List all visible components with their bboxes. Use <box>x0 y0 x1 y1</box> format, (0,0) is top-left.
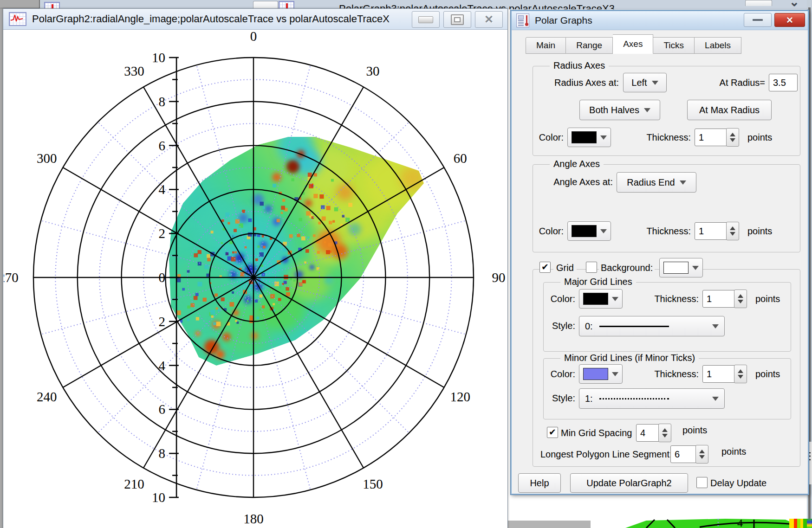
down-arrow-icon <box>738 375 743 379</box>
svg-text:300: 300 <box>37 151 57 166</box>
svg-text:90: 90 <box>492 270 506 285</box>
polar-graph-window: PolarGraph2:radialAngle_image;polarAutos… <box>3 8 508 528</box>
angle-axes-at-dropdown[interactable]: Radius End <box>617 172 696 193</box>
radius-axes-legend: Radius Axes <box>550 60 609 71</box>
close-button[interactable]: ✕ <box>774 13 805 27</box>
background-graph-fragment: 4 <box>507 519 812 528</box>
halves-dropdown[interactable]: Both Halves <box>579 100 660 120</box>
major-grid-group: Major Grid Lines Color: Thickness: 1 poi… <box>543 282 791 352</box>
angle-axes-group: Angle Axes Angle Axes at: Radius End Col… <box>533 164 800 252</box>
svg-text:60: 60 <box>454 151 467 166</box>
thickness-input[interactable]: 1 <box>695 129 730 146</box>
points-label: points <box>721 446 746 457</box>
update-button[interactable]: Update PolarGraph2 <box>570 473 688 493</box>
svg-text:30: 30 <box>366 64 380 78</box>
polar-graphs-panel: Polar Graphs ✕ Main Range Axes Ticks Lab… <box>511 10 809 495</box>
polar-plot-area: 1086420246810030609012015018021024027030… <box>4 30 507 528</box>
svg-text:6: 6 <box>159 138 166 153</box>
solid-line-sample <box>599 326 669 327</box>
chevron-down-icon <box>612 372 618 376</box>
up-arrow-icon <box>730 133 735 136</box>
delay-update-checkbox[interactable]: ✔ <box>696 477 708 488</box>
svg-text:10: 10 <box>152 490 165 505</box>
at-radius-input[interactable]: 3.5 <box>769 74 798 91</box>
svg-text:4: 4 <box>159 358 166 373</box>
background-checkbox[interactable]: ✔ <box>586 262 597 273</box>
close-icon: ✕ <box>786 15 793 26</box>
restore-icon <box>451 14 464 25</box>
minimize-button[interactable] <box>744 13 772 27</box>
waveform-icon <box>9 12 26 26</box>
chevron-down-icon[interactable]: ⌄ <box>787 0 802 6</box>
tab-labels[interactable]: Labels <box>695 37 741 54</box>
svg-text:8: 8 <box>159 94 166 109</box>
at-max-radius-button[interactable]: At Max Radius <box>687 100 772 120</box>
svg-text:330: 330 <box>124 64 144 78</box>
color-label: Color: <box>546 294 575 304</box>
tab-range[interactable]: Range <box>566 37 613 54</box>
angle-axes-legend: Angle Axes <box>550 159 604 169</box>
polar-chart: 1086420246810030609012015018021024027030… <box>4 30 507 528</box>
chevron-down-icon <box>612 297 618 301</box>
chevron-down-icon <box>692 266 699 270</box>
thickness-input[interactable]: 1 <box>702 290 738 308</box>
tab-ticks[interactable]: Ticks <box>653 37 695 54</box>
svg-text:4: 4 <box>159 182 166 197</box>
down-arrow-icon <box>738 300 743 303</box>
major-color-dropdown[interactable] <box>579 289 623 309</box>
help-button[interactable]: Help <box>518 473 561 493</box>
longest-segment-stepper[interactable] <box>695 445 708 464</box>
tab-axes[interactable]: Axes <box>613 34 653 54</box>
major-style-dropdown[interactable]: 0: <box>579 316 725 336</box>
angle-color-dropdown[interactable] <box>567 221 611 241</box>
thickness-stepper[interactable] <box>726 128 739 147</box>
svg-text:8: 8 <box>159 446 166 461</box>
style-label: Style: <box>546 321 575 331</box>
points-label: points <box>747 226 772 237</box>
min-grid-spacing-stepper[interactable] <box>658 424 671 442</box>
thickness-input[interactable]: 1 <box>695 222 730 240</box>
minor-style-dropdown[interactable]: 1: <box>579 388 725 409</box>
chevron-down-icon <box>644 108 650 112</box>
close-button[interactable]: ✕ <box>475 11 503 28</box>
points-label: points <box>682 425 707 436</box>
longest-segment-input[interactable]: 6 <box>670 445 699 463</box>
radius-axes-at-dropdown[interactable]: Left <box>623 73 667 92</box>
svg-text:120: 120 <box>450 389 470 404</box>
min-grid-spacing-checkbox[interactable]: ✔ <box>547 427 558 438</box>
down-arrow-icon <box>662 434 668 438</box>
chevron-down-icon <box>600 229 607 233</box>
minor-color-dropdown[interactable] <box>579 364 623 384</box>
radius-axes-group: Radius Axes Radius Axes at: Left At Radi… <box>533 66 800 156</box>
dotted-line-sample <box>599 398 669 399</box>
thickness-input[interactable]: 1 <box>702 365 738 383</box>
background-color-dropdown[interactable] <box>659 258 703 277</box>
color-chip <box>583 293 608 305</box>
thickness-label: Thickness: <box>641 132 691 143</box>
panel-title: Polar Graphs <box>535 15 592 26</box>
thickness-label: Thickness: <box>649 294 699 304</box>
svg-text:210: 210 <box>124 476 144 491</box>
minor-grid-legend: Minor Grid Lines (if Minor Ticks) <box>560 353 699 363</box>
panel-icon <box>516 13 529 27</box>
svg-text:0: 0 <box>250 30 257 44</box>
thickness-stepper[interactable] <box>734 290 747 308</box>
thickness-stepper[interactable] <box>734 365 747 383</box>
longest-segment-label: Longest Polygon Line Segment: <box>540 449 672 460</box>
at-radius-label: At Radius= <box>709 77 765 88</box>
up-arrow-icon <box>738 294 743 298</box>
angle-axes-at-label: Angle Axes at: <box>542 177 613 187</box>
minimize-button[interactable] <box>412 11 440 28</box>
min-grid-spacing-label: Min Grid Spacing <box>561 428 632 438</box>
chevron-down-icon <box>600 135 607 140</box>
svg-text:0: 0 <box>159 270 166 285</box>
radius-color-dropdown[interactable] <box>567 128 611 147</box>
grid-checkbox[interactable]: ✔ <box>539 262 551 273</box>
panel-titlebar[interactable]: Polar Graphs ✕ <box>512 11 808 30</box>
restore-button[interactable] <box>443 11 471 28</box>
graph-window-titlebar[interactable]: PolarGraph2:radialAngle_image;polarAutos… <box>3 9 507 30</box>
thickness-stepper[interactable] <box>726 222 739 240</box>
svg-text:180: 180 <box>243 511 264 526</box>
svg-text:150: 150 <box>363 476 383 491</box>
tab-main[interactable]: Main <box>526 37 566 54</box>
